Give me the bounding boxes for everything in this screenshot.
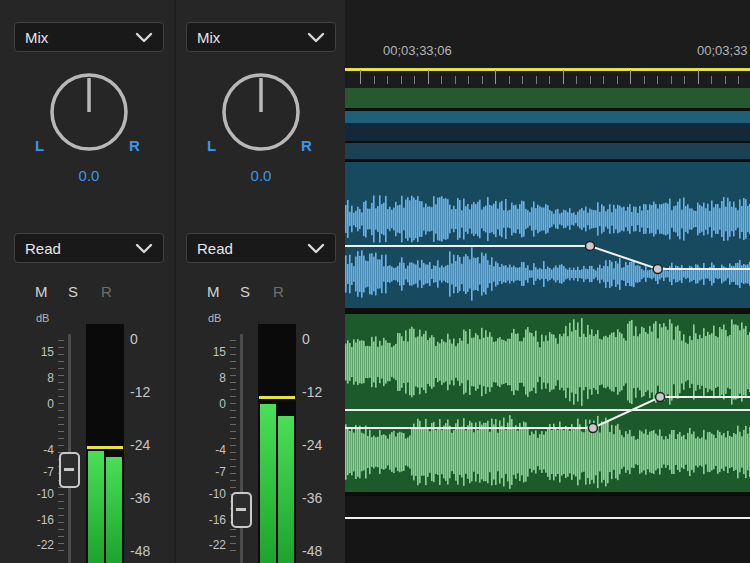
- output-assign-value: Mix: [25, 29, 48, 46]
- fader-scale-label: -10: [180, 487, 226, 501]
- ruler-tick: [414, 76, 415, 84]
- pan-left-label: L: [35, 137, 44, 154]
- ruler-tick: [428, 70, 429, 84]
- ruler-tick: [455, 76, 456, 84]
- work-area-bar: [345, 68, 750, 71]
- fader-handle[interactable]: [231, 492, 252, 528]
- keyframe[interactable]: [586, 242, 595, 251]
- chevron-down-icon: [135, 32, 153, 43]
- automation-mode-dropdown[interactable]: Read: [186, 233, 336, 263]
- timecode: 00;03;33;06: [383, 43, 452, 58]
- output-assign-dropdown[interactable]: Mix: [186, 22, 336, 52]
- mixer-channel-1: Mix L R 0.0 Read M S R dB 1580-4-: [8, 0, 172, 563]
- meter-scale-label: -48: [302, 543, 322, 559]
- keyframe[interactable]: [653, 265, 662, 274]
- ruler-tick: [617, 76, 618, 84]
- ruler-tick: [536, 76, 537, 84]
- ruler-tick: [360, 70, 361, 84]
- ruler-tick: [387, 76, 388, 84]
- mute-button[interactable]: M: [35, 283, 48, 300]
- meter-scale-label: -24: [130, 437, 150, 453]
- ruler-tick: [603, 76, 604, 84]
- ruler-tick: [468, 76, 469, 84]
- solo-button[interactable]: S: [240, 283, 250, 300]
- fader-scale-label: -4: [8, 443, 54, 457]
- fader-scale-label: -22: [180, 538, 226, 552]
- meter-scale-label: 0: [302, 331, 310, 347]
- ruler-tick: [495, 70, 496, 84]
- pan-value[interactable]: 0.0: [180, 167, 342, 184]
- fader-grip-line: [64, 468, 74, 471]
- timeline-clip-bar[interactable]: [345, 111, 750, 123]
- ruler-tick: [374, 76, 375, 84]
- meter-scale-label: -48: [130, 543, 150, 559]
- pan-left-label: L: [207, 137, 216, 154]
- automation-mode-value: Read: [197, 240, 233, 257]
- volume-rubber-band[interactable]: [345, 496, 750, 563]
- fader-scale-label: -16: [180, 513, 226, 527]
- ruler-tick: [725, 76, 726, 84]
- fader-scale-label: 0: [8, 397, 54, 411]
- record-arm-button[interactable]: R: [273, 283, 284, 300]
- automation-mode-value: Read: [25, 240, 61, 257]
- ruler-tick: [738, 76, 739, 84]
- audio-track-a3[interactable]: [345, 496, 750, 563]
- chevron-down-icon: [135, 243, 153, 254]
- pan-value[interactable]: 0.0: [8, 167, 170, 184]
- timeline-clip-bar[interactable]: [345, 88, 750, 108]
- ruler-tick: [644, 76, 645, 84]
- audio-mixer-workspace: Mix L R 0.0 Read M S R dB 1580-4-: [0, 0, 750, 563]
- fader-scale-label: -22: [8, 538, 54, 552]
- fader-scale-label: -16: [8, 513, 54, 527]
- chevron-down-icon: [307, 32, 325, 43]
- meter-scale-label: -36: [130, 490, 150, 506]
- audio-track-a1[interactable]: [345, 162, 750, 308]
- fader-grip-line: [236, 508, 246, 511]
- fader-scale-label: 8: [180, 371, 226, 385]
- ruler-tick: [482, 76, 483, 84]
- volume-rubber-band[interactable]: [345, 162, 750, 308]
- ruler-tick: [549, 76, 550, 84]
- timeline-panel: 00;03;33;06 00;03;33: [345, 0, 750, 563]
- mute-button[interactable]: M: [207, 283, 220, 300]
- ruler-tick: [509, 76, 510, 84]
- timeline-clip-bar[interactable]: [345, 123, 750, 141]
- keyframe[interactable]: [656, 393, 665, 402]
- ruler-tick: [576, 76, 577, 84]
- fader-tick-marks: [58, 340, 64, 557]
- pan-right-label: R: [301, 137, 312, 154]
- level-meter: [258, 324, 296, 563]
- record-arm-button[interactable]: R: [101, 283, 112, 300]
- meter-scale-label: -36: [302, 490, 322, 506]
- ruler-tick: [684, 76, 685, 84]
- meter-bar-right: [278, 416, 294, 563]
- output-assign-dropdown[interactable]: Mix: [14, 22, 164, 52]
- audio-track-a2[interactable]: [345, 314, 750, 492]
- fader-scale-label: 15: [8, 345, 54, 359]
- ruler-tick: [441, 76, 442, 84]
- timecode: 00;03;33: [697, 43, 748, 58]
- meter-bar-right: [106, 457, 122, 563]
- channel-divider: [174, 0, 176, 563]
- timeline-clip-bar[interactable]: [345, 143, 750, 159]
- keyframe[interactable]: [588, 424, 597, 433]
- volume-rubber-band[interactable]: [345, 314, 750, 492]
- timeline-ruler[interactable]: 00;03;33;06 00;03;33: [345, 0, 750, 88]
- db-unit-label: dB: [36, 312, 49, 324]
- output-assign-value: Mix: [197, 29, 220, 46]
- fader-rail[interactable]: [240, 334, 243, 563]
- automation-mode-dropdown[interactable]: Read: [14, 233, 164, 263]
- pan-knob[interactable]: [47, 70, 131, 154]
- ruler-tick: [401, 76, 402, 84]
- solo-button[interactable]: S: [68, 283, 78, 300]
- db-unit-label: dB: [208, 312, 221, 324]
- fader-rail[interactable]: [68, 334, 71, 563]
- meter-scale-label: -24: [302, 437, 322, 453]
- ruler-tick: [630, 70, 631, 84]
- mixer-channel-2: Mix L R 0.0 Read M S R dB 1580-4-: [180, 0, 344, 563]
- ruler-tick: [711, 76, 712, 84]
- fader-scale-label: -10: [8, 487, 54, 501]
- ruler-tick: [671, 76, 672, 84]
- fader-handle[interactable]: [59, 452, 80, 488]
- pan-knob[interactable]: [219, 70, 303, 154]
